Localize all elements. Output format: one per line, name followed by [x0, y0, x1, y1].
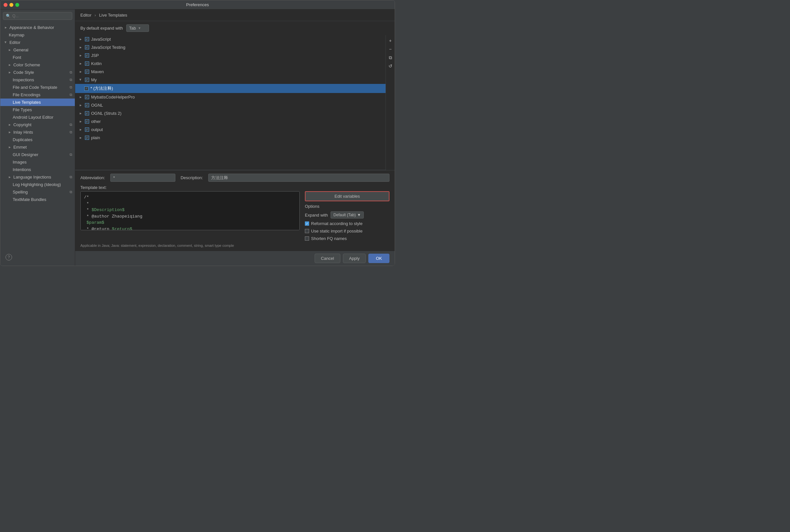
shorten-fq-checkbox[interactable] [305, 236, 309, 241]
checkbox-my[interactable]: ✓ [85, 78, 89, 82]
expand-with-value: Tab [129, 26, 136, 31]
help-button[interactable]: ? [5, 254, 12, 261]
sidebar-item-duplicates[interactable]: Duplicates [0, 136, 75, 144]
cancel-button[interactable]: Cancel [315, 254, 340, 263]
group-label: JSP [91, 53, 99, 58]
group-js-testing[interactable]: ► ✓ JavaScript Testing [75, 43, 386, 51]
sidebar-item-android-layout[interactable]: Android Layout Editor [0, 113, 75, 121]
item-my-comment[interactable]: ✓ * (方法注释) [75, 84, 386, 93]
code-line-6: * @return $return$ [84, 226, 296, 231]
arrow-icon: ► [79, 120, 82, 123]
group-plain[interactable]: ► ✓ plain [75, 134, 386, 142]
undo-template-button[interactable]: ↺ [387, 62, 394, 70]
search-input[interactable] [12, 14, 69, 18]
checkbox-my-comment[interactable]: ✓ [84, 87, 89, 91]
checkbox-ognl-struts[interactable]: ✓ [85, 111, 89, 115]
sidebar-label: Keymap [4, 33, 72, 37]
description-input[interactable] [208, 174, 389, 182]
abbreviation-input[interactable] [110, 174, 176, 182]
maximize-button[interactable] [15, 3, 19, 7]
group-ognl-struts[interactable]: ► ✓ OGNL (Struts 2) [75, 109, 386, 117]
sidebar-item-images[interactable]: Images [0, 158, 75, 166]
sidebar-item-code-style[interactable]: ► Code Style ⧉ [0, 69, 75, 76]
static-import-row: Use static import if possible [305, 229, 389, 233]
static-import-checkbox[interactable] [305, 229, 309, 233]
copy-template-button[interactable]: ⧉ [387, 54, 394, 61]
sidebar-item-file-code-template[interactable]: File and Code Template ⧉ [0, 83, 75, 91]
group-jsp[interactable]: ► ✓ JSP [75, 51, 386, 59]
sidebar-item-inspections[interactable]: Inspections ⧉ [0, 76, 75, 83]
sidebar-item-language-injections[interactable]: ► Language Injections ⧉ [0, 173, 75, 181]
checkbox-other[interactable]: ✓ [85, 119, 89, 124]
checkbox-ognl[interactable]: ✓ [85, 103, 89, 107]
sidebar-label: GUI Designer [8, 152, 68, 157]
remove-template-button[interactable]: − [387, 45, 394, 53]
ok-button[interactable]: OK [368, 254, 389, 263]
apply-button[interactable]: Apply [343, 254, 366, 263]
expand-with-options-dropdown[interactable]: Default (Tab) ▼ [331, 211, 364, 218]
sidebar-item-textmate-bundles[interactable]: TextMate Bundles [0, 196, 75, 203]
sidebar-label: Editor [10, 40, 72, 45]
sidebar-item-spelling[interactable]: Spelling ⧉ [0, 188, 75, 196]
minimize-button[interactable] [10, 3, 13, 7]
reformat-checkbox[interactable]: ✓ [305, 222, 309, 226]
group-javascript[interactable]: ► ✓ JavaScript [75, 35, 386, 43]
sidebar-item-file-types[interactable]: File Types [0, 106, 75, 113]
shorten-fq-row: Shorten FQ names [305, 236, 389, 241]
sidebar-item-emmet[interactable]: ► Emmet [0, 144, 75, 151]
sidebar-item-editor[interactable]: ► Editor [0, 39, 75, 46]
sidebar-item-appearance[interactable]: ► Appearance & Behavior [0, 24, 75, 31]
sidebar-item-keymap[interactable]: Keymap [0, 31, 75, 39]
expand-dropdown-arrow-icon: ▼ [357, 213, 361, 217]
add-template-button[interactable]: + [387, 37, 394, 44]
sidebar-item-font[interactable]: Font [0, 54, 75, 61]
arrow-icon: ► [79, 78, 82, 82]
search-box[interactable]: 🔍 [3, 12, 72, 20]
checkbox-js-testing[interactable]: ✓ [85, 45, 89, 50]
template-text-area[interactable]: /* * * $Description$ * @author Zhaopeiqi… [80, 191, 300, 230]
sidebar-item-live-templates[interactable]: Live Templates [0, 98, 75, 106]
group-ognl[interactable]: ► ✓ OGNL [75, 101, 386, 109]
checkbox-javascript[interactable]: ✓ [85, 37, 89, 41]
checkbox-jsp[interactable]: ✓ [85, 53, 89, 58]
sidebar-label: TextMate Bundles [8, 197, 72, 202]
sidebar-label: Images [8, 160, 72, 165]
checkbox-mybatis[interactable]: ✓ [85, 95, 89, 99]
checkbox-kotlin[interactable]: ✓ [85, 61, 89, 66]
sidebar-item-copyright[interactable]: ► Copyright ⧉ [0, 121, 75, 129]
sidebar-item-color-scheme[interactable]: ► Color Scheme [0, 61, 75, 69]
arrow-icon: ► [4, 26, 7, 29]
sidebar-item-file-encodings[interactable]: File Encodings ⧉ [0, 91, 75, 98]
arrow-icon: ► [8, 130, 12, 134]
right-options: Edit variables Options Expand with Defau… [305, 191, 389, 241]
group-label: JavaScript Testing [91, 45, 125, 50]
group-my[interactable]: ► ✓ My [75, 76, 386, 84]
breadcrumb-part1: Editor [80, 13, 91, 18]
group-other[interactable]: ► ✓ other [75, 117, 386, 126]
arrow-icon: ► [79, 62, 82, 65]
sidebar-item-inlay-hints[interactable]: ► Inlay Hints ⧉ [0, 129, 75, 136]
group-kotlin[interactable]: ► ✓ Kotlin [75, 59, 386, 68]
sidebar-item-log-highlighting[interactable]: Log Highlighting (Ideolog) [0, 181, 75, 188]
checkbox-output[interactable]: ✓ [85, 128, 89, 132]
close-button[interactable] [4, 3, 7, 7]
sidebar-item-intentions[interactable]: Intentions [0, 166, 75, 173]
sidebar-item-general[interactable]: ► General [0, 46, 75, 54]
expand-with-dropdown[interactable]: Tab ▼ [126, 24, 149, 32]
arrow-icon: ► [79, 95, 82, 99]
group-label: OGNL [91, 103, 103, 108]
window-title: Preferences [186, 2, 209, 7]
group-label: JavaScript [91, 37, 111, 42]
group-label: output [91, 127, 103, 132]
sidebar-label: Intentions [8, 167, 72, 172]
edit-variables-button[interactable]: Edit variables [305, 191, 389, 201]
group-mybatis[interactable]: ► ✓ MybatisCodeHelperPro [75, 93, 386, 101]
sidebar-label: Spelling [8, 190, 68, 194]
group-maven[interactable]: ► ✓ Maven [75, 68, 386, 76]
templates-list: ► ✓ JavaScript ► ✓ JavaScript Testing ► … [75, 35, 386, 170]
checkbox-maven[interactable]: ✓ [85, 70, 89, 74]
checkbox-plain[interactable]: ✓ [85, 136, 89, 140]
sidebar-item-gui-designer[interactable]: GUI Designer ⧉ [0, 151, 75, 158]
code-line-1: /* [84, 194, 296, 201]
group-output[interactable]: ► ✓ output [75, 126, 386, 134]
